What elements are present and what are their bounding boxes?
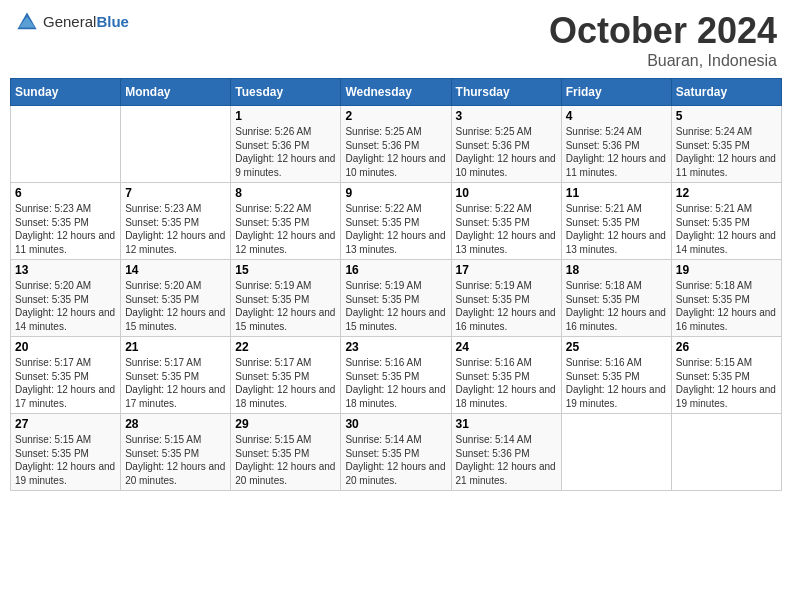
day-number: 1	[235, 109, 336, 123]
day-info: Sunrise: 5:24 AMSunset: 5:35 PMDaylight:…	[676, 125, 777, 179]
weekday-header-friday: Friday	[561, 79, 671, 106]
weekday-header-saturday: Saturday	[671, 79, 781, 106]
day-number: 3	[456, 109, 557, 123]
calendar-cell: 8Sunrise: 5:22 AMSunset: 5:35 PMDaylight…	[231, 183, 341, 260]
day-number: 10	[456, 186, 557, 200]
day-info: Sunrise: 5:25 AMSunset: 5:36 PMDaylight:…	[345, 125, 446, 179]
calendar-cell: 2Sunrise: 5:25 AMSunset: 5:36 PMDaylight…	[341, 106, 451, 183]
generalblue-icon	[15, 10, 39, 34]
day-number: 8	[235, 186, 336, 200]
day-number: 20	[15, 340, 116, 354]
day-number: 4	[566, 109, 667, 123]
calendar-cell: 29Sunrise: 5:15 AMSunset: 5:35 PMDayligh…	[231, 414, 341, 491]
day-info: Sunrise: 5:25 AMSunset: 5:36 PMDaylight:…	[456, 125, 557, 179]
calendar-cell: 28Sunrise: 5:15 AMSunset: 5:35 PMDayligh…	[121, 414, 231, 491]
day-info: Sunrise: 5:22 AMSunset: 5:35 PMDaylight:…	[235, 202, 336, 256]
month-title: October 2024	[549, 10, 777, 52]
day-number: 19	[676, 263, 777, 277]
day-number: 23	[345, 340, 446, 354]
calendar-cell: 11Sunrise: 5:21 AMSunset: 5:35 PMDayligh…	[561, 183, 671, 260]
day-info: Sunrise: 5:14 AMSunset: 5:36 PMDaylight:…	[456, 433, 557, 487]
calendar-cell: 15Sunrise: 5:19 AMSunset: 5:35 PMDayligh…	[231, 260, 341, 337]
svg-marker-1	[19, 16, 35, 27]
calendar-cell: 6Sunrise: 5:23 AMSunset: 5:35 PMDaylight…	[11, 183, 121, 260]
day-info: Sunrise: 5:17 AMSunset: 5:35 PMDaylight:…	[15, 356, 116, 410]
calendar-cell: 9Sunrise: 5:22 AMSunset: 5:35 PMDaylight…	[341, 183, 451, 260]
day-number: 22	[235, 340, 336, 354]
calendar-cell: 16Sunrise: 5:19 AMSunset: 5:35 PMDayligh…	[341, 260, 451, 337]
calendar-cell: 1Sunrise: 5:26 AMSunset: 5:36 PMDaylight…	[231, 106, 341, 183]
day-info: Sunrise: 5:15 AMSunset: 5:35 PMDaylight:…	[15, 433, 116, 487]
calendar-cell: 24Sunrise: 5:16 AMSunset: 5:35 PMDayligh…	[451, 337, 561, 414]
calendar-cell: 26Sunrise: 5:15 AMSunset: 5:35 PMDayligh…	[671, 337, 781, 414]
calendar-cell: 17Sunrise: 5:19 AMSunset: 5:35 PMDayligh…	[451, 260, 561, 337]
day-info: Sunrise: 5:20 AMSunset: 5:35 PMDaylight:…	[125, 279, 226, 333]
calendar-cell: 12Sunrise: 5:21 AMSunset: 5:35 PMDayligh…	[671, 183, 781, 260]
calendar-cell: 18Sunrise: 5:18 AMSunset: 5:35 PMDayligh…	[561, 260, 671, 337]
weekday-header-monday: Monday	[121, 79, 231, 106]
calendar-cell: 14Sunrise: 5:20 AMSunset: 5:35 PMDayligh…	[121, 260, 231, 337]
day-info: Sunrise: 5:22 AMSunset: 5:35 PMDaylight:…	[345, 202, 446, 256]
day-info: Sunrise: 5:16 AMSunset: 5:35 PMDaylight:…	[566, 356, 667, 410]
day-number: 13	[15, 263, 116, 277]
calendar-cell: 5Sunrise: 5:24 AMSunset: 5:35 PMDaylight…	[671, 106, 781, 183]
day-number: 12	[676, 186, 777, 200]
calendar-cell: 27Sunrise: 5:15 AMSunset: 5:35 PMDayligh…	[11, 414, 121, 491]
calendar-cell: 31Sunrise: 5:14 AMSunset: 5:36 PMDayligh…	[451, 414, 561, 491]
day-number: 21	[125, 340, 226, 354]
weekday-header-thursday: Thursday	[451, 79, 561, 106]
day-info: Sunrise: 5:15 AMSunset: 5:35 PMDaylight:…	[676, 356, 777, 410]
calendar-week-2: 6Sunrise: 5:23 AMSunset: 5:35 PMDaylight…	[11, 183, 782, 260]
logo: GeneralBlue	[15, 10, 129, 34]
calendar-cell: 7Sunrise: 5:23 AMSunset: 5:35 PMDaylight…	[121, 183, 231, 260]
day-number: 7	[125, 186, 226, 200]
day-info: Sunrise: 5:20 AMSunset: 5:35 PMDaylight:…	[15, 279, 116, 333]
day-info: Sunrise: 5:19 AMSunset: 5:35 PMDaylight:…	[456, 279, 557, 333]
day-number: 18	[566, 263, 667, 277]
day-number: 27	[15, 417, 116, 431]
day-info: Sunrise: 5:18 AMSunset: 5:35 PMDaylight:…	[676, 279, 777, 333]
calendar-table: SundayMondayTuesdayWednesdayThursdayFrid…	[10, 78, 782, 491]
day-number: 2	[345, 109, 446, 123]
day-number: 14	[125, 263, 226, 277]
day-number: 28	[125, 417, 226, 431]
calendar-week-1: 1Sunrise: 5:26 AMSunset: 5:36 PMDaylight…	[11, 106, 782, 183]
calendar-week-5: 27Sunrise: 5:15 AMSunset: 5:35 PMDayligh…	[11, 414, 782, 491]
day-info: Sunrise: 5:21 AMSunset: 5:35 PMDaylight:…	[676, 202, 777, 256]
location-title: Buaran, Indonesia	[549, 52, 777, 70]
calendar-cell	[561, 414, 671, 491]
day-number: 9	[345, 186, 446, 200]
calendar-cell: 30Sunrise: 5:14 AMSunset: 5:35 PMDayligh…	[341, 414, 451, 491]
day-info: Sunrise: 5:22 AMSunset: 5:35 PMDaylight:…	[456, 202, 557, 256]
day-number: 29	[235, 417, 336, 431]
day-info: Sunrise: 5:17 AMSunset: 5:35 PMDaylight:…	[235, 356, 336, 410]
calendar-cell: 21Sunrise: 5:17 AMSunset: 5:35 PMDayligh…	[121, 337, 231, 414]
calendar-body: 1Sunrise: 5:26 AMSunset: 5:36 PMDaylight…	[11, 106, 782, 491]
calendar-cell: 22Sunrise: 5:17 AMSunset: 5:35 PMDayligh…	[231, 337, 341, 414]
logo-blue: Blue	[96, 13, 129, 30]
calendar-cell: 25Sunrise: 5:16 AMSunset: 5:35 PMDayligh…	[561, 337, 671, 414]
logo-general: General	[43, 13, 96, 30]
calendar-cell	[671, 414, 781, 491]
day-number: 6	[15, 186, 116, 200]
calendar-cell: 4Sunrise: 5:24 AMSunset: 5:36 PMDaylight…	[561, 106, 671, 183]
day-info: Sunrise: 5:14 AMSunset: 5:35 PMDaylight:…	[345, 433, 446, 487]
day-info: Sunrise: 5:21 AMSunset: 5:35 PMDaylight:…	[566, 202, 667, 256]
day-info: Sunrise: 5:15 AMSunset: 5:35 PMDaylight:…	[125, 433, 226, 487]
day-info: Sunrise: 5:16 AMSunset: 5:35 PMDaylight:…	[456, 356, 557, 410]
calendar-cell: 13Sunrise: 5:20 AMSunset: 5:35 PMDayligh…	[11, 260, 121, 337]
day-info: Sunrise: 5:17 AMSunset: 5:35 PMDaylight:…	[125, 356, 226, 410]
calendar-header: SundayMondayTuesdayWednesdayThursdayFrid…	[11, 79, 782, 106]
page-header: GeneralBlue October 2024 Buaran, Indones…	[10, 10, 782, 70]
day-info: Sunrise: 5:15 AMSunset: 5:35 PMDaylight:…	[235, 433, 336, 487]
day-number: 5	[676, 109, 777, 123]
calendar-cell: 23Sunrise: 5:16 AMSunset: 5:35 PMDayligh…	[341, 337, 451, 414]
day-info: Sunrise: 5:23 AMSunset: 5:35 PMDaylight:…	[15, 202, 116, 256]
day-number: 17	[456, 263, 557, 277]
title-block: October 2024 Buaran, Indonesia	[549, 10, 777, 70]
calendar-week-4: 20Sunrise: 5:17 AMSunset: 5:35 PMDayligh…	[11, 337, 782, 414]
weekday-header-row: SundayMondayTuesdayWednesdayThursdayFrid…	[11, 79, 782, 106]
day-info: Sunrise: 5:23 AMSunset: 5:35 PMDaylight:…	[125, 202, 226, 256]
weekday-header-sunday: Sunday	[11, 79, 121, 106]
day-info: Sunrise: 5:24 AMSunset: 5:36 PMDaylight:…	[566, 125, 667, 179]
